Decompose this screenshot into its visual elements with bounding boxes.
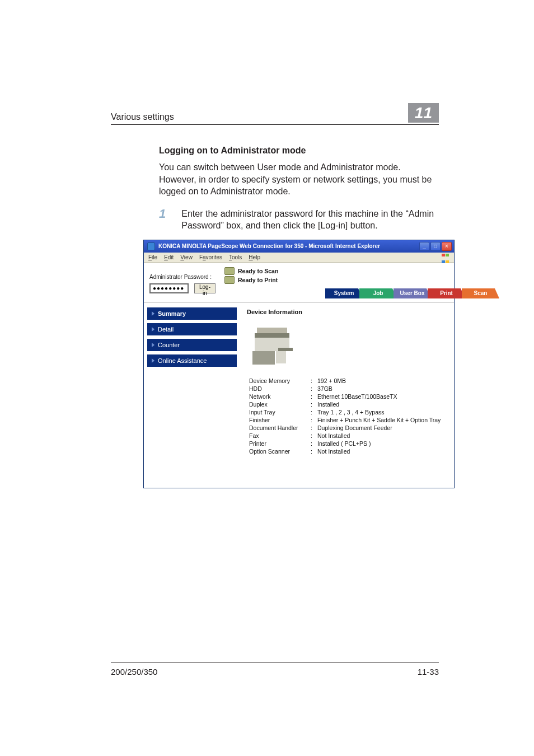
table-row: Input Tray:Tray 1 , 2 , 3 , 4 + Bypass [247,408,443,416]
ready-print-label: Ready to Print [238,277,278,283]
spec-value: Not Installed [315,432,443,440]
section-paragraph: You can switch between User mode and Adm… [159,161,439,198]
spec-value: Tray 1 , 2 , 3 , 4 + Bypass [315,408,443,416]
spec-key: Duplex [247,400,308,408]
spec-value: Finisher + Punch Kit + Saddle Kit + Opti… [315,416,443,424]
menu-tools[interactable]: Tools [229,254,242,260]
spec-value: Installed [315,400,443,408]
window-titlebar: KONICA MINOLTA PageScope Web Connection … [144,240,454,253]
table-row: HDD:37GB [247,385,443,393]
browser-menubar: File Edit View Favorites Tools Help [144,253,454,263]
tab-scan[interactable]: Scan [462,288,499,298]
browser-window: KONICA MINOLTA PageScope Web Connection … [143,240,455,488]
footer-model: 200/250/350 [111,667,157,676]
step-text: Enter the administrator password for thi… [181,208,439,232]
maximize-button[interactable]: □ [430,242,441,251]
menu-file[interactable]: File [148,254,157,260]
table-row: Network:Ethernet 10BaseT/100BaseTX [247,393,443,400]
spec-value: 192 + 0MB [315,377,443,385]
login-button[interactable]: Log-in [194,283,216,293]
sidebar-item-detail[interactable]: Detail [147,323,237,335]
sidebar-item-summary[interactable]: Summary [147,307,237,320]
scanner-icon [224,267,235,275]
footer-page: 11-33 [418,667,439,676]
table-row: Document Handler:Duplexing Document Feed… [247,424,443,432]
svg-rect-3 [252,351,275,354]
svg-rect-8 [278,348,293,351]
admin-password-input[interactable] [149,283,189,293]
windows-flag-icon [442,254,451,262]
spec-value: 37GB [315,385,443,393]
sidebar: Summary Detail Counter Online Assistance [144,303,240,463]
section-heading: Logging on to Administrator mode [159,146,439,156]
spec-key: Option Scanner [247,447,308,455]
spec-sep: : [308,400,315,408]
minimize-button[interactable]: _ [419,242,429,251]
spec-key: Printer [247,440,308,447]
svg-rect-6 [252,361,275,365]
table-row: Device Memory:192 + 0MB [247,377,443,385]
svg-rect-7 [276,351,286,363]
menu-help[interactable]: Help [249,254,260,260]
ready-scan-label: Ready to Scan [238,268,278,274]
sidebar-item-label: Detail [158,326,174,333]
table-row: Option Scanner:Not Installed [247,447,443,455]
step-number: 1 [159,208,166,232]
sidebar-item-label: Counter [158,342,180,348]
ie-icon [147,242,155,250]
chapter-number: 11 [408,103,439,123]
running-head: Various settings [111,112,174,122]
tab-print[interactable]: Print [428,288,465,298]
spec-sep: : [308,432,315,440]
chevron-right-icon [152,327,154,332]
spec-value: Not Installed [315,447,443,455]
spec-key: Input Tray [247,408,308,416]
table-row: Printer:Installed ( PCL+PS ) [247,440,443,447]
device-info-heading: Device Information [247,309,447,315]
spec-key: Network [247,393,308,400]
device-illustration [247,321,447,369]
close-button[interactable]: × [442,242,452,251]
spec-value: Installed ( PCL+PS ) [315,440,443,447]
table-row: Finisher:Finisher + Punch Kit + Saddle K… [247,416,443,424]
sidebar-item-online-assistance[interactable]: Online Assistance [147,354,237,367]
svg-rect-4 [252,354,275,358]
spec-sep: : [308,424,315,432]
svg-rect-5 [252,358,275,361]
tab-job[interactable]: Job [359,288,397,298]
spec-sep: : [308,447,315,455]
spec-value: Ethernet 10BaseT/100BaseTX [315,393,443,400]
spec-key: Document Handler [247,424,308,432]
sidebar-item-label: Summary [158,310,186,317]
spec-key: Fax [247,432,308,440]
spec-sep: : [308,440,315,447]
table-row: Fax:Not Installed [247,432,443,440]
sidebar-item-label: Online Assistance [158,357,207,364]
admin-password-label: Administrator Password : [149,274,216,280]
spec-sep: : [308,385,315,393]
chevron-right-icon [152,358,154,363]
spec-sep: : [308,408,315,416]
window-title: KONICA MINOLTA PageScope Web Connection … [158,243,380,249]
spec-sep: : [308,393,315,400]
svg-rect-1 [255,333,289,338]
menu-edit[interactable]: Edit [164,254,174,260]
menu-favorites[interactable]: Favorites [199,254,222,260]
chevron-right-icon [152,311,154,316]
spec-sep: : [308,377,315,385]
device-spec-table: Device Memory:192 + 0MBHDD:37GBNetwork:E… [247,377,443,455]
printer-icon [224,276,235,284]
table-row: Duplex:Installed [247,400,443,408]
spec-value: Duplexing Document Feeder [315,424,443,432]
spec-sep: : [308,416,315,424]
spec-key: HDD [247,385,308,393]
svg-rect-0 [257,328,287,333]
spec-key: Finisher [247,416,308,424]
menu-view[interactable]: View [180,254,193,260]
tab-userbox[interactable]: User Box [394,288,431,298]
spec-key: Device Memory [247,377,308,385]
tab-system[interactable]: System [325,288,363,298]
sidebar-item-counter[interactable]: Counter [147,339,237,351]
chevron-right-icon [152,343,154,347]
